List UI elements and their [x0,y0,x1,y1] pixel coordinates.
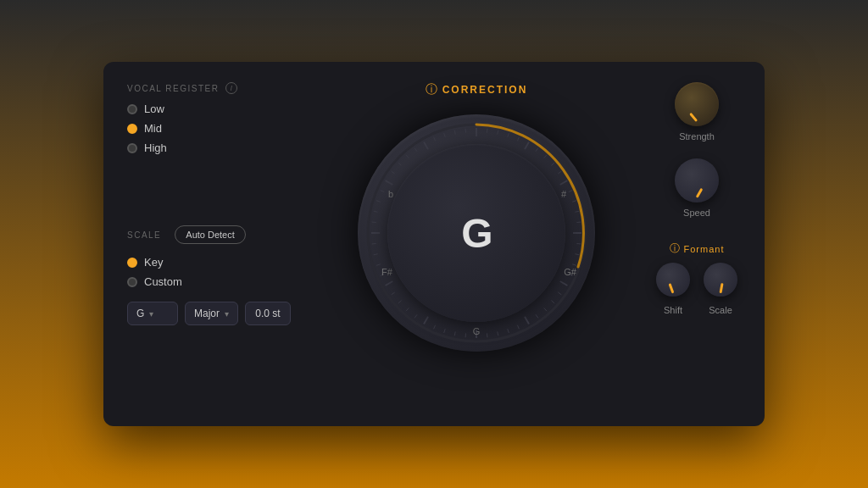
right-panel: Strength Speed ⓘ Formant [639,82,741,406]
speed-knob[interactable] [675,158,719,202]
strength-knob-group: Strength [675,82,719,141]
scale-custom-label: Custom [144,275,182,288]
svg-line-8 [544,155,547,158]
svg-line-51 [386,180,393,185]
svg-line-21 [560,281,568,286]
key-dropdown-value: G [136,308,144,319]
svg-line-5 [517,137,519,141]
formant-header: ⓘ Formant [670,241,725,256]
svg-line-28 [508,329,509,333]
svg-line-53 [398,163,402,165]
current-note-display: G [461,210,491,257]
svg-line-34 [444,329,446,333]
svg-line-57 [434,137,436,141]
correction-title: CORRECTION [442,84,528,96]
scale-custom[interactable]: Custom [127,275,314,288]
note-label-g-bottom: G [473,326,481,336]
plugin-container: VOCAL REGISTER i Low Mid High [103,62,765,426]
svg-line-3 [498,130,498,135]
svg-line-27 [517,325,519,330]
svg-line-39 [398,301,402,303]
svg-line-10 [558,171,561,174]
formant-title: Formant [684,244,725,254]
svg-line-49 [376,201,381,202]
formant-section: ⓘ Formant Shift Scale [653,241,741,315]
svg-line-23 [551,301,554,303]
svg-line-17 [576,243,581,244]
speed-knob-indicator [696,188,704,198]
svg-line-50 [381,191,385,192]
svg-line-47 [372,222,376,223]
scale-key-label: Key [144,256,163,269]
correction-header: ⓘ CORRECTION [426,82,528,97]
svg-line-38 [406,308,409,311]
svg-line-19 [572,264,576,266]
vocal-register-high[interactable]: High [127,141,314,154]
note-label-g-sharp: G# [564,267,576,277]
svg-line-52 [392,171,395,174]
svg-line-54 [406,155,409,158]
formant-scale-knob[interactable] [704,263,737,297]
svg-line-56 [424,142,428,150]
svg-line-60 [465,129,466,133]
svg-line-55 [415,148,417,152]
svg-line-32 [465,333,466,337]
scale-type-dropdown[interactable]: Major ▾ [185,302,238,325]
vocal-register-mid-dot [127,124,137,134]
svg-line-24 [544,308,547,311]
vocal-register-mid[interactable]: Mid [127,122,314,135]
svg-line-59 [454,130,455,135]
pitch-wheel-outer: b # F# G# G G [358,114,595,352]
center-panel: ⓘ CORRECTION [314,82,639,406]
formant-shift-knob[interactable] [656,263,690,297]
svg-line-29 [498,331,498,336]
svg-line-36 [424,317,428,324]
svg-line-2 [487,129,487,133]
svg-line-48 [374,211,378,212]
formant-scale-group: Scale [704,263,737,315]
auto-detect-button[interactable]: Auto Detect [175,225,245,244]
svg-line-37 [415,314,417,318]
scale-type-value: Major [194,308,220,319]
svg-line-33 [454,331,455,336]
speed-knob-label: Speed [683,208,710,218]
svg-line-11 [560,180,568,185]
strength-knob[interactable] [675,82,719,126]
scale-key-dot [127,258,137,268]
svg-line-35 [434,325,436,330]
vocal-register-low[interactable]: Low [127,103,314,115]
vocal-register-label: VOCAL REGISTER [127,84,219,93]
svg-line-6 [525,142,529,150]
svg-line-40 [392,292,395,295]
formant-shift-indicator [668,283,674,293]
vocal-register-mid-label: Mid [144,122,162,135]
vocal-register-info-icon[interactable]: i [225,82,237,94]
correction-icon: ⓘ [426,82,437,97]
pitch-wheel-container[interactable]: b # F# G# G G [358,114,595,352]
svg-line-22 [558,292,561,295]
note-label-b-flat: b [388,189,393,199]
vocal-register-options: Low Mid High [127,103,314,154]
strength-knob-label: Strength [679,131,715,141]
key-dropdown[interactable]: G ▾ [127,302,178,325]
svg-line-9 [551,163,554,165]
semitones-display: 0.0 st [245,302,291,325]
svg-line-25 [536,314,538,318]
svg-line-13 [572,201,576,202]
formant-icon: ⓘ [670,241,680,256]
formant-shift-group: Shift [656,263,690,315]
scale-type-chevron: ▾ [225,309,229,319]
key-dropdown-chevron: ▾ [149,309,153,319]
svg-line-15 [576,222,581,223]
scale-section: SCALE Auto Detect Key Custom G [127,225,314,325]
vocal-register-high-label: High [144,141,167,154]
note-label-sharp: # [561,189,566,199]
formant-knobs: Shift Scale [656,263,737,315]
svg-line-12 [569,191,573,192]
speed-knob-group: Speed [675,158,719,218]
scale-label: SCALE [127,230,161,240]
scale-key[interactable]: Key [127,256,314,269]
formant-scale-indicator [720,283,724,293]
note-label-f-sharp: F# [381,267,392,277]
svg-line-43 [376,264,381,266]
